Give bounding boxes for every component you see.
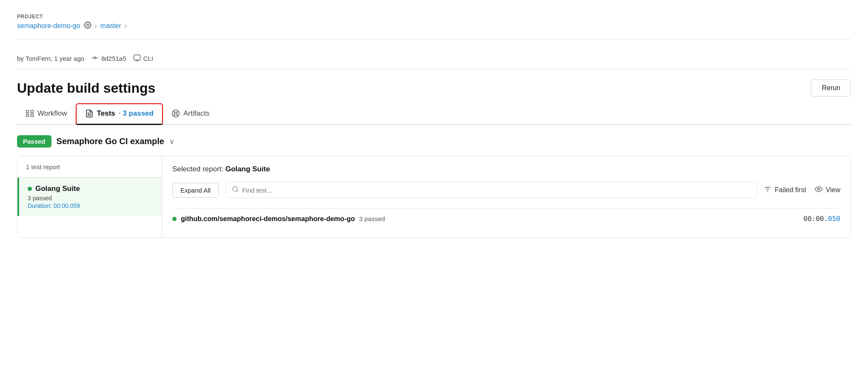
test-sidebar: 1 test report Golang Suite 3 passed Dura…	[17, 156, 162, 237]
tab-workflow-label: Workflow	[37, 109, 67, 118]
svg-rect-8	[31, 111, 34, 113]
branch-chevron: ›	[125, 22, 127, 30]
svg-rect-10	[31, 114, 34, 117]
selected-report-label: Selected report:	[172, 165, 223, 173]
failed-first-button[interactable]: Failed first	[764, 185, 806, 195]
search-container[interactable]	[226, 182, 757, 198]
breadcrumb-chevron: ›	[95, 22, 97, 30]
table-row[interactable]: github.com/semaphoreci-demos/semaphore-d…	[172, 208, 840, 229]
green-dot-icon	[28, 187, 32, 191]
sidebar-item-name: Golang Suite	[28, 185, 153, 193]
expand-all-button[interactable]: Expand All	[172, 183, 219, 198]
tab-active-indicator	[77, 124, 162, 125]
test-toolbar: Expand All	[172, 182, 840, 198]
toolbar-right: Failed first View	[764, 185, 840, 195]
svg-line-17	[177, 111, 178, 113]
project-link[interactable]: semaphore-demo-go	[17, 22, 80, 30]
tab-tests[interactable]: Tests · 3 passed	[76, 103, 163, 125]
sidebar-golang-suite[interactable]: Golang Suite 3 passed Duration: 00:00.05…	[17, 178, 162, 216]
tests-icon	[85, 109, 94, 118]
pipeline-name: Semaphore Go CI example	[57, 136, 164, 146]
artifacts-icon	[171, 109, 180, 118]
commit-info: 8d251a5	[91, 54, 126, 63]
main-content: Selected report: Golang Suite Expand All	[162, 156, 851, 237]
meta-row: by TomFern, 1 year ago 8d251a5 CLI	[17, 48, 851, 69]
breadcrumb: Project semaphore-demo-go › master ›	[17, 14, 851, 40]
test-result-name: github.com/semaphoreci-demos/semaphore-d…	[181, 215, 355, 223]
svg-rect-7	[26, 111, 29, 113]
svg-point-24	[817, 188, 819, 190]
tab-artifacts[interactable]: Artifacts	[163, 104, 218, 124]
source-label: CLI	[143, 55, 153, 62]
svg-line-18	[173, 114, 175, 116]
commit-icon	[91, 54, 99, 63]
commit-hash: 8d251a5	[101, 55, 126, 62]
gear-icon[interactable]	[84, 21, 91, 31]
filter-icon	[764, 185, 771, 195]
view-label: View	[826, 186, 840, 194]
selected-report-header: Selected report: Golang Suite	[172, 165, 840, 173]
result-dot-icon	[172, 217, 177, 221]
search-icon	[232, 186, 239, 194]
workflow-icon	[26, 109, 34, 118]
author-text: by TomFern, 1 year ago	[17, 55, 84, 62]
sidebar-header: 1 test report	[17, 156, 162, 178]
svg-rect-9	[26, 114, 29, 117]
time-highlight: 050	[828, 215, 840, 223]
view-button[interactable]: View	[815, 185, 840, 195]
test-result-badge: 3 passed	[359, 215, 385, 222]
svg-line-20	[237, 190, 238, 192]
test-result-time: 00:00.050	[803, 215, 840, 223]
project-label: Project	[17, 14, 127, 20]
source-info: CLI	[133, 54, 153, 63]
svg-line-16	[177, 114, 178, 116]
sidebar-suite-name: Golang Suite	[35, 185, 80, 193]
svg-line-15	[173, 111, 175, 113]
title-row: Update build settings Rerun	[17, 69, 851, 103]
pipeline-header: Passed Semaphore Go CI example ∨	[17, 135, 851, 148]
sidebar-suite-passed: 3 passed	[28, 195, 153, 202]
branch-link[interactable]: master	[100, 22, 121, 30]
search-input[interactable]	[242, 187, 751, 194]
rerun-button[interactable]: Rerun	[811, 80, 851, 97]
page-title: Update build settings	[17, 80, 155, 96]
svg-point-0	[86, 24, 89, 26]
pipeline-chevron-icon[interactable]: ∨	[169, 137, 174, 145]
sidebar-suite-duration: Duration: 00:00.059	[28, 202, 153, 209]
failed-first-label: Failed first	[775, 186, 806, 194]
tab-artifacts-label: Artifacts	[183, 109, 209, 118]
selected-report-name: Golang Suite	[226, 165, 270, 173]
svg-rect-4	[134, 55, 140, 60]
tab-tests-badge: · 3 passed	[119, 109, 154, 118]
tab-tests-label: Tests	[97, 109, 115, 118]
tabs-bar: Workflow Tests · 3 passed	[17, 103, 851, 125]
test-result-left: github.com/semaphoreci-demos/semaphore-d…	[172, 215, 385, 223]
tab-workflow[interactable]: Workflow	[17, 104, 76, 124]
eye-icon	[815, 185, 822, 195]
cli-icon	[133, 54, 141, 63]
content-area: 1 test report Golang Suite 3 passed Dura…	[17, 156, 851, 238]
pipeline-status-badge: Passed	[17, 135, 51, 148]
